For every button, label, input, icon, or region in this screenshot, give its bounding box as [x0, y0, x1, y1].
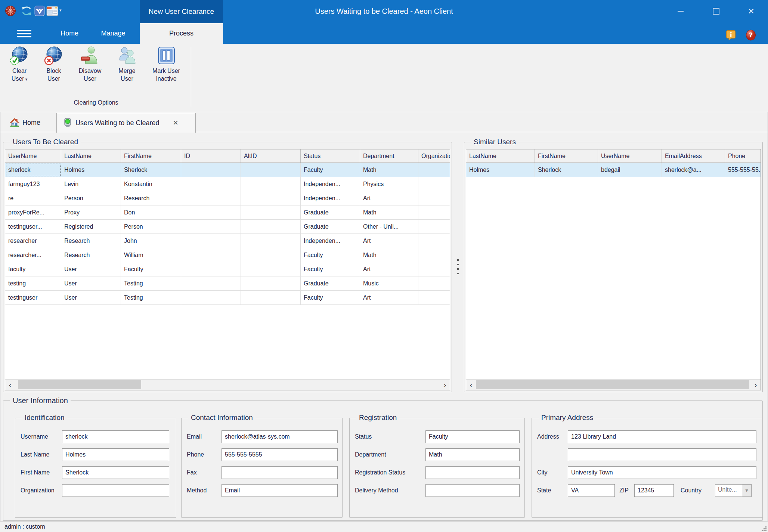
- tab-home[interactable]: Home: [7, 113, 51, 132]
- table-cell[interactable]: testing: [5, 276, 61, 291]
- column-header-emailaddress[interactable]: EmailAddress: [662, 149, 725, 163]
- table-row[interactable]: rePersonResearchIndependen...Art: [5, 191, 450, 205]
- table-cell[interactable]: 555-555-55...: [725, 163, 761, 177]
- table-cell[interactable]: re: [5, 191, 61, 205]
- table-row[interactable]: researcherResearchJohnIndependen...Art: [5, 234, 450, 248]
- username-field[interactable]: [62, 430, 169, 443]
- tab-users-waiting[interactable]: Users Waiting to be Cleared ✕: [56, 113, 196, 133]
- table-cell[interactable]: Faculty: [301, 291, 360, 305]
- table-cell[interactable]: [418, 248, 450, 262]
- table-cell[interactable]: Don: [121, 205, 181, 220]
- table-cell[interactable]: [241, 276, 301, 291]
- column-header-firstname[interactable]: FirstName: [535, 149, 598, 163]
- table-cell[interactable]: Faculty: [301, 163, 360, 177]
- panel-splitter[interactable]: [453, 142, 463, 392]
- table-row[interactable]: researcher...ResearchWilliamFacultyMath: [5, 248, 450, 262]
- table-cell[interactable]: Art: [360, 262, 418, 276]
- table-cell[interactable]: [418, 234, 450, 248]
- ribbon-tab-manage[interactable]: Manage: [98, 23, 128, 44]
- tab-close-icon[interactable]: ✕: [173, 119, 178, 127]
- ribbon-tab-process[interactable]: Process: [140, 23, 223, 44]
- table-cell[interactable]: [418, 291, 450, 305]
- close-button[interactable]: ×: [743, 3, 760, 19]
- table-cell[interactable]: researcher: [5, 234, 61, 248]
- resize-grip-icon[interactable]: [762, 526, 767, 531]
- city-field[interactable]: [568, 466, 756, 479]
- table-row[interactable]: HolmesSherlockbdegailsherlock@a...555-55…: [466, 163, 761, 177]
- table-cell[interactable]: Testing: [121, 276, 181, 291]
- similar-grid-hscrollbar[interactable]: ‹ ›: [466, 379, 761, 390]
- table-cell[interactable]: Holmes: [61, 163, 121, 177]
- table-cell[interactable]: [418, 163, 450, 177]
- state-field[interactable]: [568, 484, 615, 497]
- table-cell[interactable]: [241, 234, 301, 248]
- table-cell[interactable]: Math: [360, 163, 418, 177]
- fax-field[interactable]: [222, 466, 338, 479]
- table-cell[interactable]: Independen...: [301, 234, 360, 248]
- scrollbar-thumb[interactable]: [476, 380, 749, 389]
- column-header-username[interactable]: UserName: [5, 149, 61, 163]
- table-cell[interactable]: proxyForRe...: [5, 205, 61, 220]
- table-cell[interactable]: Independen...: [301, 191, 360, 205]
- scroll-right-icon[interactable]: ›: [751, 380, 761, 390]
- table-cell[interactable]: Sherlock: [121, 163, 181, 177]
- table-cell[interactable]: [241, 220, 301, 234]
- table-cell[interactable]: [418, 191, 450, 205]
- scroll-left-icon[interactable]: ‹: [466, 380, 476, 390]
- table-row[interactable]: testinguserUserTestingFacultyArt: [5, 291, 450, 305]
- table-cell[interactable]: Research: [121, 191, 181, 205]
- sync-arrows-icon[interactable]: [21, 6, 32, 16]
- table-cell[interactable]: Research: [61, 234, 121, 248]
- double-chevron-icon[interactable]: [34, 6, 45, 16]
- table-cell[interactable]: Art: [360, 291, 418, 305]
- users-grid-hscrollbar[interactable]: ‹ ›: [5, 379, 450, 390]
- mark-user-inactive-button[interactable]: Mark UserInactive: [146, 46, 186, 83]
- last-name-field[interactable]: [62, 448, 169, 461]
- organization-field[interactable]: [62, 484, 169, 497]
- table-row[interactable]: testingUserTestingGraduateMusic: [5, 276, 450, 291]
- country-select[interactable]: Unite... ▼: [715, 484, 752, 497]
- table-cell[interactable]: Independen...: [301, 177, 360, 191]
- table-cell[interactable]: Art: [360, 191, 418, 205]
- table-cell[interactable]: Person: [121, 220, 181, 234]
- table-cell[interactable]: Math: [360, 205, 418, 220]
- table-row[interactable]: facultyUserFacultyFacultyArt: [5, 262, 450, 276]
- column-header-username[interactable]: UserName: [598, 149, 662, 163]
- table-cell[interactable]: testinguser: [5, 291, 61, 305]
- table-cell[interactable]: Testing: [121, 291, 181, 305]
- first-name-field[interactable]: [62, 466, 169, 479]
- combo-dropdown-button[interactable]: ▼: [742, 485, 751, 497]
- table-cell[interactable]: researcher...: [5, 248, 61, 262]
- merge-user-button[interactable]: MergeUser: [112, 46, 142, 83]
- table-cell[interactable]: Faculty: [301, 248, 360, 262]
- table-cell[interactable]: bdegail: [598, 163, 662, 177]
- table-cell[interactable]: [181, 177, 241, 191]
- table-cell[interactable]: Other - Unli...: [360, 220, 418, 234]
- table-row[interactable]: testinguser...RegisteredPersonGraduateOt…: [5, 220, 450, 234]
- table-row[interactable]: sherlockHolmesSherlockFacultyMath: [5, 163, 450, 177]
- table-cell[interactable]: [181, 163, 241, 177]
- department-field[interactable]: [425, 448, 520, 461]
- table-cell[interactable]: [181, 291, 241, 305]
- address-line2-field[interactable]: [568, 448, 756, 461]
- column-header-firstname[interactable]: FirstName: [121, 149, 181, 163]
- table-cell[interactable]: [418, 220, 450, 234]
- disavow-user-button[interactable]: DisavowUser: [72, 46, 108, 83]
- block-user-button[interactable]: BlockUser: [39, 46, 69, 83]
- table-cell[interactable]: Music: [360, 276, 418, 291]
- table-cell[interactable]: [418, 205, 450, 220]
- table-cell[interactable]: User: [61, 276, 121, 291]
- column-header-status[interactable]: Status: [301, 149, 360, 163]
- table-cell[interactable]: John: [121, 234, 181, 248]
- table-cell[interactable]: Faculty: [121, 262, 181, 276]
- table-cell[interactable]: Levin: [61, 177, 121, 191]
- table-cell[interactable]: Person: [61, 191, 121, 205]
- address-line1-field[interactable]: [568, 430, 756, 443]
- scroll-left-icon[interactable]: ‹: [5, 380, 15, 390]
- column-header-organization[interactable]: Organization: [418, 149, 450, 163]
- email-field[interactable]: [222, 430, 338, 443]
- status-field[interactable]: [425, 430, 520, 443]
- zip-field[interactable]: [634, 484, 674, 497]
- scroll-right-icon[interactable]: ›: [440, 380, 450, 390]
- table-cell[interactable]: faculty: [5, 262, 61, 276]
